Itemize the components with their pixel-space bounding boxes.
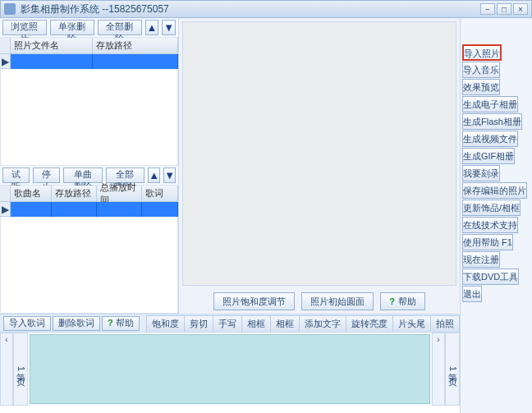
delete-lyrics-button[interactable]: 删除歌词 — [53, 316, 100, 331]
col-lyrics: 歌词 — [142, 186, 178, 202]
edit-tabstrip: 饱和度 剪切 手写 相框 相框 添加文字 旋转亮度 片头尾 拍照 — [146, 315, 459, 332]
help-f1-button[interactable]: 使用帮助 F1 — [462, 234, 513, 250]
col-songpath: 存放路径 — [52, 186, 97, 202]
chevron-left-icon[interactable]: ‹ — [5, 335, 7, 344]
col-filename: 照片文件名 — [11, 38, 93, 54]
browse-photo-button[interactable]: 浏览照片 — [2, 20, 47, 35]
col-songname: 歌曲名 — [11, 186, 52, 202]
strip-scroll-left[interactable]: ‹ — [0, 333, 13, 406]
tab-capture[interactable]: 拍照 — [430, 315, 460, 332]
update-decor-button[interactable]: 更新饰品/相框 — [462, 200, 521, 216]
col-path: 存放路径 — [93, 38, 178, 54]
col-duration: 总播放时间 — [97, 186, 142, 202]
page-label: 第1页 — [447, 366, 459, 371]
delete-single-button[interactable]: 单张删除 — [50, 20, 94, 35]
song-toolbar: 试听 停止 单曲删除 全部删除 ▲ ▼ — [0, 166, 178, 186]
preview-canvas — [182, 21, 456, 286]
import-music-button[interactable]: 导入音乐 — [462, 62, 500, 78]
tab-saturation[interactable]: 饱和度 — [146, 315, 185, 332]
page-label: 第1页 — [15, 366, 27, 371]
help-icon: ? — [108, 318, 113, 328]
delete-all-button[interactable]: 全部删除 — [98, 20, 142, 35]
generate-video-button[interactable]: 生成视频文件 — [462, 131, 518, 147]
tab-handwrite[interactable]: 手写 — [213, 315, 242, 332]
bottom-help-button[interactable]: ? 帮助 — [102, 316, 140, 331]
photo-toolbar: 浏览照片 单张删除 全部删除 ▲ ▼ — [0, 18, 178, 38]
strip-scroll-right[interactable]: › — [432, 333, 445, 406]
help-button[interactable]: ?帮助 — [380, 292, 425, 310]
strip-page-left: 第1页 — [13, 333, 28, 406]
tab-frame1[interactable]: 相框 — [241, 315, 271, 332]
stop-song-button[interactable]: 停止 — [33, 167, 60, 183]
tab-rotate[interactable]: 旋转亮度 — [346, 315, 393, 332]
tab-crop[interactable]: 剪切 — [184, 315, 213, 332]
photo-table-body[interactable] — [0, 69, 178, 166]
song-move-down-icon[interactable]: ▼ — [163, 167, 176, 183]
app-icon — [4, 3, 16, 15]
online-support-button[interactable]: 在线技术支持 — [462, 217, 518, 233]
song-table-row[interactable]: ▶ — [0, 202, 178, 217]
minimize-button[interactable]: − — [480, 3, 495, 15]
burn-button[interactable]: 我要刻录 — [462, 165, 500, 181]
effect-preview-button[interactable]: 效果预览 — [462, 79, 500, 95]
move-down-icon[interactable]: ▼ — [162, 20, 176, 35]
window-title: 影集相册制作系统 --15825675057 — [21, 2, 479, 16]
initial-circle-button[interactable]: 照片初始圆面 — [301, 292, 374, 310]
thumbnail-strip: ‹ 第1页 › 第1页 — [0, 332, 460, 406]
exit-button[interactable]: 退出 — [462, 286, 482, 302]
close-button[interactable]: × — [513, 3, 528, 15]
import-lyrics-button[interactable]: 导入歌词 — [3, 316, 51, 331]
row-pointer-icon: ▶ — [0, 202, 11, 217]
row-pointer-icon: ▶ — [0, 54, 11, 69]
help-icon: ? — [389, 296, 395, 306]
generate-gif-button[interactable]: 生成GIF相册 — [462, 148, 515, 164]
song-move-up-icon[interactable]: ▲ — [148, 167, 160, 183]
photo-table-row[interactable]: ▶ — [0, 54, 178, 69]
tab-headtail[interactable]: 片头尾 — [392, 315, 431, 332]
register-button[interactable]: 现在注册 — [462, 251, 500, 268]
chevron-right-icon[interactable]: › — [437, 335, 439, 344]
saturation-button[interactable]: 照片饱和度调节 — [213, 292, 295, 310]
preview-song-button[interactable]: 试听 — [2, 167, 30, 183]
thumbnail-track[interactable] — [30, 334, 430, 404]
download-dvd-button[interactable]: 下载DVD工具 — [462, 268, 519, 285]
song-table-body[interactable] — [0, 217, 178, 314]
import-photo-button[interactable]: 导入照片 — [462, 44, 502, 61]
action-sidebar: 导入照片 导入音乐 效果预览 生成电子相册 生成Flash相册 生成视频文件 生… — [460, 18, 532, 413]
photo-table-header: 照片文件名 存放路径 — [0, 38, 178, 54]
preview-controls: 照片饱和度调节 照片初始圆面 ?帮助 — [179, 289, 460, 314]
tab-frame2[interactable]: 相框 — [270, 315, 300, 332]
bottom-bar: 导入歌词 删除歌词 ? 帮助 饱和度 剪切 手写 相框 相框 添加文字 旋转亮度… — [0, 314, 460, 332]
strip-page-right: 第1页 — [445, 333, 460, 406]
save-edited-button[interactable]: 保存编辑的照片 — [462, 182, 527, 199]
maximize-button[interactable]: □ — [497, 3, 511, 15]
generate-flash-button[interactable]: 生成Flash相册 — [462, 113, 522, 130]
move-up-icon[interactable]: ▲ — [145, 20, 159, 35]
delete-song-button[interactable]: 单曲删除 — [63, 167, 103, 183]
song-table-header: 歌曲名 存放路径 总播放时间 歌词 — [0, 186, 178, 202]
generate-ealbum-button[interactable]: 生成电子相册 — [462, 96, 518, 112]
titlebar: 影集相册制作系统 --15825675057 − □ × — [0, 0, 532, 18]
tab-addtext[interactable]: 添加文字 — [299, 315, 346, 332]
